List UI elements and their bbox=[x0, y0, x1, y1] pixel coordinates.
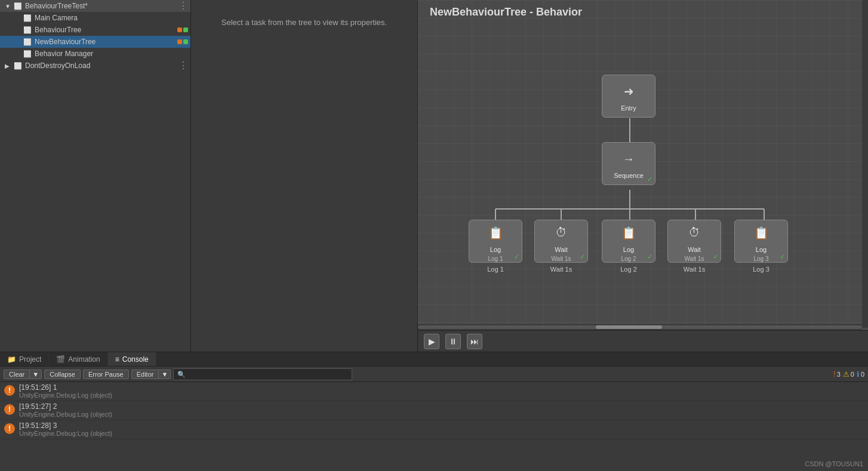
log-line1: [19:51:28] 3 bbox=[19, 421, 864, 430]
check-badge: ✓ bbox=[514, 253, 519, 261]
properties-panel: Select a task from the tree to view its … bbox=[191, 0, 418, 352]
log-warn-icon-3: ! bbox=[4, 423, 16, 435]
tab-animation[interactable]: 🎬 Animation bbox=[49, 352, 107, 366]
dot-green bbox=[183, 39, 188, 44]
console-tab-label: Console bbox=[122, 355, 149, 364]
log-warn-icon-1: ! bbox=[4, 384, 16, 396]
hierarchy-item-mainCamera[interactable]: ⬜ Main Camera bbox=[0, 12, 190, 24]
log-icon: 📋 bbox=[484, 221, 507, 245]
wait2-label: Wait bbox=[685, 245, 703, 254]
dots-badge bbox=[177, 27, 188, 32]
log2-sublabel: Log 2 bbox=[621, 255, 636, 262]
tab-project[interactable]: 📁 Project bbox=[0, 352, 49, 366]
log-warn-icon-2: ! bbox=[4, 404, 16, 415]
check-badge: ✓ bbox=[780, 253, 785, 261]
hierarchy-item-label: Behavior Manager bbox=[35, 50, 188, 58]
log-text-2: [19:51:27] 2 UnityEngine.Debug:Log (obje… bbox=[19, 402, 864, 418]
entry-label: Entry bbox=[618, 103, 639, 113]
entry-icon: ➜ bbox=[617, 79, 641, 103]
wait1-sublabel: Wait 1s bbox=[552, 255, 571, 262]
log1-name: Log 1 bbox=[469, 266, 522, 273]
wait1-label: Wait bbox=[552, 245, 570, 254]
log-entry[interactable]: ! [19:51:27] 2 UnityEngine.Debug:Log (ob… bbox=[0, 401, 868, 420]
error-icon: ! bbox=[833, 370, 835, 378]
dot-green bbox=[183, 27, 188, 32]
log-line2: UnityEngine.Debug:Log (object) bbox=[19, 430, 864, 437]
log-line1: [19:51:26] 1 bbox=[19, 383, 864, 392]
search-area bbox=[173, 368, 831, 380]
canvas-scrollbar[interactable] bbox=[418, 324, 862, 330]
log-line1: [19:51:27] 2 bbox=[19, 402, 864, 411]
clear-dropdown-arrow[interactable]: ▼ bbox=[30, 370, 42, 379]
log-icon: 📋 bbox=[617, 221, 641, 245]
toolbar-badges: ! 3 ⚠ 0 ℹ 0 bbox=[833, 370, 864, 378]
bt-node-wait1[interactable]: ⏱ Wait ✓ Wait 1s bbox=[534, 220, 588, 263]
check-badge: ✓ bbox=[647, 253, 652, 261]
wait2-name: Wait 1s bbox=[667, 266, 721, 273]
editor-dropdown-arrow[interactable]: ▼ bbox=[159, 370, 171, 379]
dot-orange bbox=[177, 27, 182, 32]
wait-icon: ⏱ bbox=[549, 221, 573, 245]
clear-split-button[interactable]: Clear ▼ bbox=[4, 370, 42, 379]
log2-label: Log bbox=[621, 245, 636, 254]
log-entry[interactable]: ! [19:51:26] 1 UnityEngine.Debug:Log (ob… bbox=[0, 382, 868, 401]
cube-icon: ⬜ bbox=[23, 49, 32, 59]
dot-orange bbox=[177, 39, 182, 44]
more-dots[interactable]: ⋮ bbox=[178, 61, 188, 70]
cube-icon: ⬜ bbox=[13, 1, 23, 11]
log-icon: 📋 bbox=[749, 221, 773, 245]
step-button[interactable]: ⏭ bbox=[467, 334, 482, 349]
check-badge: ✓ bbox=[647, 176, 652, 183]
editor-button[interactable]: Editor bbox=[131, 370, 159, 379]
log-line2: UnityEngine.Debug:Log (object) bbox=[19, 411, 864, 418]
scrollbar-track[interactable] bbox=[418, 325, 862, 329]
log2-name: Log 2 bbox=[602, 266, 655, 273]
info-icon: ℹ bbox=[857, 370, 860, 378]
bt-node-log1[interactable]: 📋 Log ✓ Log 1 bbox=[469, 220, 522, 263]
log3-name: Log 3 bbox=[734, 266, 788, 273]
watermark: CSDN @TOUSUN1 bbox=[805, 460, 863, 467]
bottom-area: 📁 Project 🎬 Animation ≡ Console Clear ▼ … bbox=[0, 352, 868, 471]
hierarchy-item-behaviourTreeTest[interactable]: ▼ ⬜ BehaviourTreeTest* ⋮ bbox=[0, 0, 190, 12]
log3-sublabel: Log 3 bbox=[753, 255, 768, 262]
hierarchy-item-behaviorManager[interactable]: ⬜ Behavior Manager bbox=[0, 48, 190, 60]
warning-icon: ⚠ bbox=[843, 370, 849, 378]
log1-label: Log bbox=[488, 245, 503, 254]
bt-node-log2[interactable]: 📋 Log ✓ Log 2 bbox=[602, 220, 655, 263]
warning-badge: ⚠ 0 bbox=[843, 370, 854, 378]
pause-button[interactable]: ⏸ bbox=[445, 334, 461, 349]
dots-badge bbox=[177, 39, 188, 44]
bt-node-log3[interactable]: 📋 Log ✓ Log 3 bbox=[734, 220, 788, 263]
canvas-right-scroll[interactable] bbox=[862, 0, 868, 328]
hierarchy-item-label: BehaviourTreeTest* bbox=[25, 2, 178, 10]
sequence-label: Sequence bbox=[611, 171, 646, 180]
bt-node-sequence[interactable]: → Sequence ✓ bbox=[602, 142, 655, 185]
hierarchy-item-behaviourTree[interactable]: ⬜ BehaviourTree bbox=[0, 24, 190, 36]
log-text-3: [19:51:28] 3 UnityEngine.Debug:Log (obje… bbox=[19, 421, 864, 437]
hierarchy-panel: ▼ ⬜ BehaviourTreeTest* ⋮ ⬜ Main Camera ⬜… bbox=[0, 0, 191, 352]
editor-split-button[interactable]: Editor ▼ bbox=[131, 370, 171, 379]
collapse-button[interactable]: Collapse bbox=[44, 370, 81, 379]
error-pause-button[interactable]: Error Pause bbox=[83, 370, 129, 379]
log-entry[interactable]: ! [19:51:28] 3 UnityEngine.Debug:Log (ob… bbox=[0, 420, 868, 439]
sequence-icon: → bbox=[617, 147, 641, 171]
project-tab-label: Project bbox=[19, 355, 41, 364]
tab-console[interactable]: ≡ Console bbox=[108, 352, 156, 366]
warning-count: 0 bbox=[851, 371, 854, 378]
info-badge: ℹ 0 bbox=[857, 370, 864, 378]
bt-node-wait2[interactable]: ⏱ Wait ✓ Wait 1s bbox=[667, 220, 721, 263]
hierarchy-item-newBehaviourTree[interactable]: ⬜ NewBehaviourTree bbox=[0, 36, 190, 48]
more-dots[interactable]: ⋮ bbox=[178, 1, 188, 11]
search-input[interactable] bbox=[173, 368, 352, 380]
wait1-name: Wait 1s bbox=[534, 266, 588, 273]
console-tabs: 📁 Project 🎬 Animation ≡ Console bbox=[0, 352, 868, 367]
scrollbar-thumb[interactable] bbox=[596, 325, 663, 329]
hierarchy-item-label: Main Camera bbox=[35, 14, 188, 22]
log-line2: UnityEngine.Debug:Log (object) bbox=[19, 392, 864, 399]
log-text-1: [19:51:26] 1 UnityEngine.Debug:Log (obje… bbox=[19, 383, 864, 399]
bt-node-entry[interactable]: ➜ Entry bbox=[602, 75, 655, 118]
console-toolbar: Clear ▼ Collapse Error Pause Editor ▼ ! … bbox=[0, 367, 868, 382]
play-button[interactable]: ▶ bbox=[424, 334, 439, 349]
clear-button[interactable]: Clear bbox=[4, 370, 30, 379]
hierarchy-item-dontDestroyOnLoad[interactable]: ▶ ⬜ DontDestroyOnLoad ⋮ bbox=[0, 60, 190, 72]
